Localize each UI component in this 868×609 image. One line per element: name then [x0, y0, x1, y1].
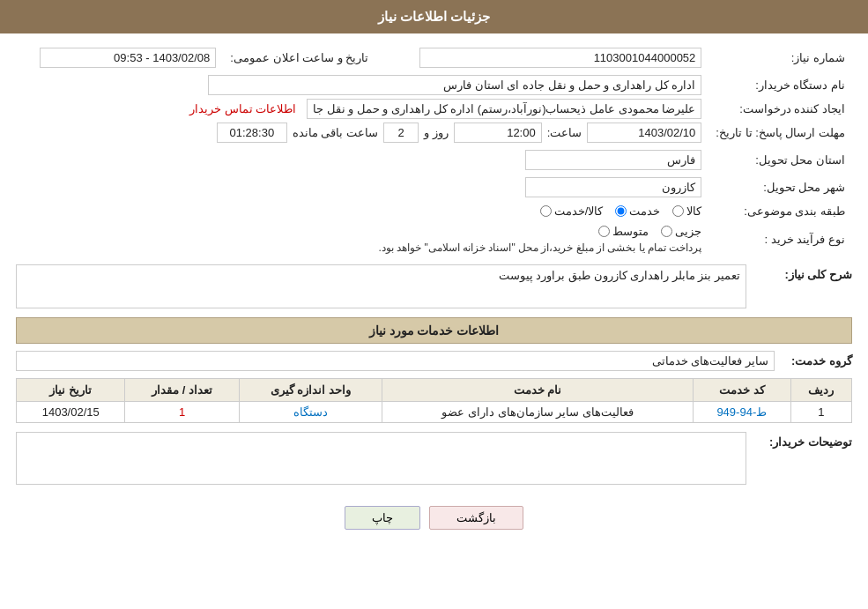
- services-section-header: اطلاعات خدمات مورد نیاز: [16, 317, 852, 344]
- category-kala-khedmat-option[interactable]: کالا/خدمت: [540, 204, 604, 218]
- table-row: 1 ط-94-949 فعالیت‌های سایر سازمان‌های دا…: [17, 402, 852, 423]
- need-desc-value: تعمیر بنز مابلر راهداری کازرون طبق براور…: [16, 264, 746, 308]
- buyer-desc-label: توضیحات خریدار:: [755, 432, 852, 449]
- creator-value: علیرضا محمودی عامل ذیحساب(نورآباد،رستم) …: [307, 99, 701, 119]
- creator-label: ایجاد کننده درخواست:: [708, 99, 852, 119]
- buyer-desc-textarea[interactable]: [16, 432, 746, 485]
- col-name: نام خدمت: [382, 379, 694, 402]
- col-qty: تعداد / مقدار: [125, 379, 239, 402]
- need-number-value: 1103001044000052: [419, 48, 701, 68]
- buyer-org-value: اداره کل راهداری و حمل و نقل جاده ای است…: [208, 75, 701, 95]
- info-table: شماره نیاز: 1103001044000052 تاریخ و ساع…: [16, 44, 852, 257]
- category-kala-radio[interactable]: [672, 205, 684, 217]
- response-days-label: روز و: [424, 126, 449, 139]
- response-deadline-label: مهلت ارسال پاسخ: تا تاریخ:: [708, 119, 852, 146]
- province-value: فارس: [525, 150, 701, 170]
- creator-contact-link[interactable]: اطلاعات تماس خریدار: [189, 102, 296, 115]
- buyer-org-label: نام دستگاه خریدار:: [708, 71, 852, 99]
- response-remaining-value: 01:28:30: [217, 123, 287, 143]
- purchase-motavasset-option[interactable]: متوسط: [598, 225, 649, 238]
- category-khedmat-option[interactable]: خدمت: [615, 204, 660, 218]
- col-date: تاریخ نیاز: [17, 379, 125, 402]
- service-group-value: سایر فعالیت‌های خدماتی: [16, 351, 775, 371]
- need-number-label: شماره نیاز:: [708, 44, 852, 71]
- services-table: ردیف کد خدمت نام خدمت واحد اندازه گیری ت…: [16, 378, 852, 423]
- cell-name: فعالیت‌های سایر سازمان‌های دارای عضو: [382, 402, 694, 423]
- need-desc-label: شرح کلی نیاز:: [755, 264, 852, 281]
- cell-code: ط-94-949: [693, 402, 790, 423]
- category-kala-khedmat-radio[interactable]: [540, 205, 552, 217]
- category-kala-option[interactable]: کالا: [672, 204, 701, 218]
- print-button[interactable]: چاپ: [345, 506, 420, 530]
- purchase-jazee-radio[interactable]: [661, 226, 672, 237]
- city-value: کازرون: [525, 177, 701, 197]
- province-label: استان محل تحویل:: [708, 146, 852, 174]
- button-row: بازگشت چاپ: [16, 494, 852, 538]
- announce-datetime-value: 1403/02/08 - 09:53: [40, 48, 216, 68]
- purchase-type-label: نوع فرآیند خرید :: [708, 221, 852, 257]
- cell-unit: دستگاه: [239, 402, 382, 423]
- cell-date: 1403/02/15: [17, 402, 125, 423]
- city-label: شهر محل تحویل:: [708, 174, 852, 201]
- cell-row: 1: [790, 402, 851, 423]
- col-unit: واحد اندازه گیری: [239, 379, 382, 402]
- purchase-jazee-option[interactable]: جزیی: [661, 225, 701, 238]
- category-khedmat-radio[interactable]: [615, 205, 627, 217]
- col-row: ردیف: [790, 379, 851, 402]
- service-group-label: گروه خدمت:: [782, 354, 852, 368]
- response-time-label: ساعت:: [547, 126, 582, 139]
- cell-qty: 1: [125, 402, 239, 423]
- purchase-note: پرداخت تمام یا بخشی از مبلغ خرید،از محل …: [23, 241, 701, 254]
- page-title: جزئیات اطلاعات نیاز: [378, 9, 490, 24]
- back-button[interactable]: بازگشت: [429, 506, 523, 530]
- response-remaining-label: ساعت باقی مانده: [293, 126, 378, 139]
- announce-datetime-label: تاریخ و ساعت اعلان عمومی:: [223, 44, 386, 71]
- page-header: جزئیات اطلاعات نیاز: [0, 0, 868, 33]
- col-code: کد خدمت: [693, 379, 790, 402]
- response-days-value: 2: [383, 123, 419, 143]
- response-time-value: 12:00: [454, 123, 542, 143]
- category-label: طبقه بندی موضوعی:: [708, 201, 852, 221]
- response-date-value: 1403/02/10: [587, 123, 701, 143]
- purchase-motavasset-radio[interactable]: [598, 226, 610, 237]
